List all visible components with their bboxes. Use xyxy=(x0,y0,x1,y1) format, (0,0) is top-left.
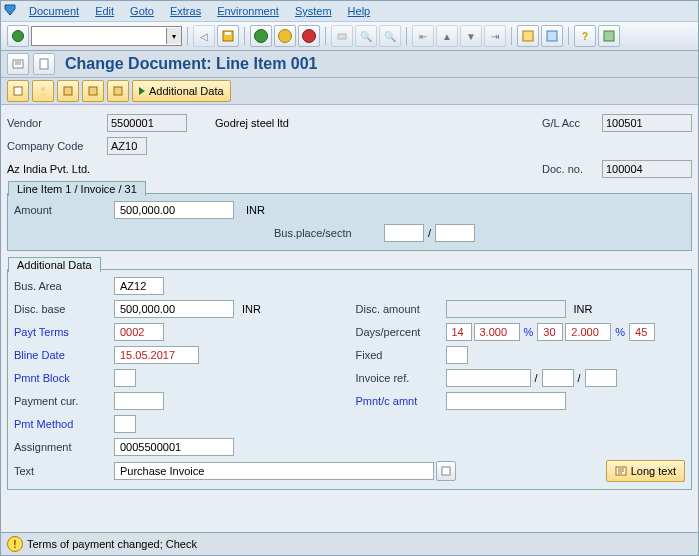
vendor-field: 5500001 xyxy=(107,114,187,132)
pmntblock-field[interactable] xyxy=(114,369,136,387)
sap-window-icon xyxy=(3,3,17,17)
svg-point-9 xyxy=(41,87,45,91)
longtext-button[interactable]: Long text xyxy=(606,460,685,482)
exit-button[interactable] xyxy=(274,25,296,47)
text-help-button[interactable] xyxy=(436,461,456,481)
discamount-field xyxy=(446,300,566,318)
svg-rect-8 xyxy=(14,87,22,95)
back-disabled-button: ◁ xyxy=(193,25,215,47)
company-name: Az India Pvt. Ltd. xyxy=(7,163,90,175)
additional-data-button[interactable]: Additional Data xyxy=(132,80,231,102)
document-overview-button[interactable] xyxy=(33,53,55,75)
assignment-field[interactable] xyxy=(114,438,234,456)
invref2-field[interactable] xyxy=(542,369,574,387)
enter-button[interactable] xyxy=(7,25,29,47)
text-label: Text xyxy=(14,465,114,477)
menu-system[interactable]: System xyxy=(295,5,332,17)
svg-rect-4 xyxy=(547,31,557,41)
command-field[interactable]: ▾ xyxy=(31,26,182,46)
menu-edit[interactable]: Edit xyxy=(95,5,114,17)
glacc-field: 100501 xyxy=(602,114,692,132)
layout-button[interactable] xyxy=(598,25,620,47)
invref1-field[interactable] xyxy=(446,369,531,387)
menu-extras[interactable]: Extras xyxy=(170,5,201,17)
toggle-display-button[interactable] xyxy=(7,53,29,75)
svg-rect-11 xyxy=(89,87,97,95)
company-field: AZ10 xyxy=(107,137,147,155)
menu-help[interactable]: Help xyxy=(348,5,371,17)
busarea-field[interactable] xyxy=(114,277,164,295)
pct2-field[interactable] xyxy=(565,323,611,341)
glacc-label: G/L Acc xyxy=(542,117,602,129)
svg-rect-12 xyxy=(114,87,122,95)
menu-goto[interactable]: Goto xyxy=(130,5,154,17)
payt-label: Payt Terms xyxy=(14,326,114,338)
amount-label: Amount xyxy=(14,204,114,216)
status-message: Terms of payment changed; Check xyxy=(27,538,197,550)
payt-field[interactable] xyxy=(114,323,164,341)
paymentcur-label: Payment cur. xyxy=(14,395,114,407)
svg-rect-7 xyxy=(40,59,48,69)
save-button[interactable] xyxy=(217,25,239,47)
amount-field[interactable] xyxy=(114,201,234,219)
next-page-button: ▼ xyxy=(460,25,482,47)
longtext-label: Long text xyxy=(631,465,676,477)
bussection-field[interactable] xyxy=(435,224,475,242)
bline-field[interactable] xyxy=(114,346,199,364)
find-button: 🔍 xyxy=(355,25,377,47)
discbase-label: Disc. base xyxy=(14,303,114,315)
days2-field[interactable] xyxy=(537,323,563,341)
svg-rect-3 xyxy=(523,31,533,41)
text-field[interactable] xyxy=(114,462,434,480)
back-button[interactable] xyxy=(250,25,272,47)
new-session-button[interactable] xyxy=(517,25,539,47)
company-label: Company Code xyxy=(7,140,107,152)
menu-environment[interactable]: Environment xyxy=(217,5,279,17)
pmtmethod-label: Pmt Method xyxy=(14,418,114,430)
pmntcamnt-label: Pmnt/c amnt xyxy=(356,395,446,407)
additional-tab: Additional Data xyxy=(8,257,101,272)
call-up-button[interactable] xyxy=(7,80,29,102)
cancel-button[interactable] xyxy=(298,25,320,47)
svg-rect-10 xyxy=(64,87,72,95)
additional-data-label: Additional Data xyxy=(149,85,224,97)
last-page-button: ⇥ xyxy=(484,25,506,47)
fixed-field[interactable] xyxy=(446,346,468,364)
pmntcamnt-field[interactable] xyxy=(446,392,566,410)
lineitem-tab: Line Item 1 / Invoice / 31 xyxy=(8,181,146,196)
longtext-icon xyxy=(615,465,627,477)
days1-field[interactable] xyxy=(446,323,472,341)
find-next-button: 🔍 xyxy=(379,25,401,47)
svg-rect-5 xyxy=(604,31,614,41)
pmtmethod-field[interactable] xyxy=(114,415,136,433)
prev-page-button: ▲ xyxy=(436,25,458,47)
vendor-name: Godrej steel ltd xyxy=(215,117,289,129)
days3-field[interactable] xyxy=(629,323,655,341)
assignment-label: Assignment xyxy=(14,441,114,453)
discbase-field[interactable] xyxy=(114,300,234,318)
busplace-field[interactable] xyxy=(384,224,424,242)
invref-label: Invoice ref. xyxy=(356,372,446,384)
pmntblock-label: Pmnt Block xyxy=(14,372,114,384)
page-title: Change Document: Line Item 001 xyxy=(65,55,318,73)
menu-document[interactable]: Document xyxy=(29,5,79,17)
shortcut-button[interactable] xyxy=(541,25,563,47)
paymentcur-field[interactable] xyxy=(114,392,164,410)
docno-label: Doc. no. xyxy=(542,163,602,175)
help-button[interactable]: ? xyxy=(574,25,596,47)
account-button[interactable] xyxy=(32,80,54,102)
amount-currency: INR xyxy=(246,204,265,216)
busplace-label: Bus.place/sectn xyxy=(274,227,384,239)
header-button[interactable] xyxy=(57,80,79,102)
invref3-field[interactable] xyxy=(585,369,617,387)
discamount-label: Disc. amount xyxy=(356,303,446,315)
discamount-currency: INR xyxy=(574,303,593,315)
svg-rect-2 xyxy=(338,34,346,39)
wht-button[interactable] xyxy=(107,80,129,102)
first-page-button: ⇤ xyxy=(412,25,434,47)
print-button xyxy=(331,25,353,47)
tax-button[interactable] xyxy=(82,80,104,102)
pct1-field[interactable] xyxy=(474,323,520,341)
fixed-label: Fixed xyxy=(356,349,446,361)
vendor-label: Vendor xyxy=(7,117,107,129)
